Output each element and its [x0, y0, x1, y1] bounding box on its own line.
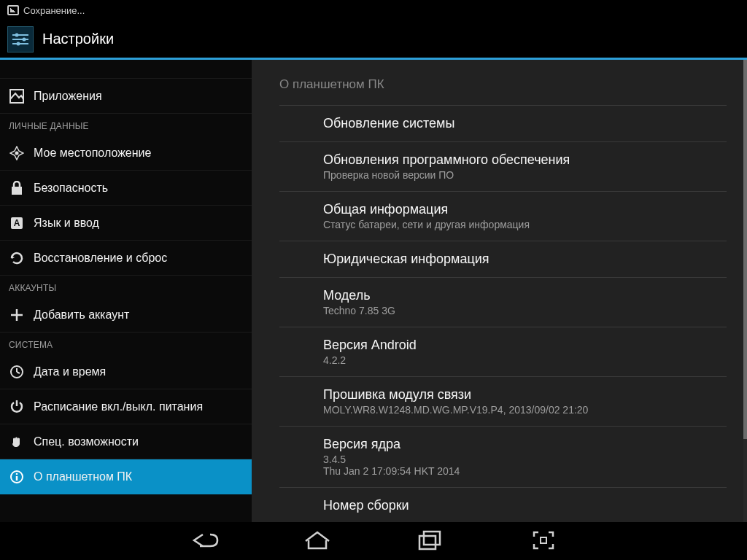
sidebar-item-about[interactable]: О планшетном ПК	[0, 459, 252, 494]
svg-point-7	[15, 151, 19, 155]
sidebar-item-language[interactable]: A Язык и ввод	[0, 206, 252, 241]
sidebar-item-label: Мое местоположение	[34, 147, 151, 160]
recents-button[interactable]	[410, 527, 450, 553]
svg-rect-21	[424, 532, 440, 545]
detail-legal[interactable]: Юридическая информация	[279, 241, 727, 278]
info-icon	[9, 469, 25, 485]
sidebar: Приложения ЛИЧНЫЕ ДАННЫЕ Мое местоположе…	[0, 60, 252, 522]
detail-system-update[interactable]: Обновление системы	[279, 106, 727, 142]
detail-pane: О планшетном ПК Обновление системы Обнов…	[252, 60, 747, 522]
detail-sub: Techno 7.85 3G	[323, 305, 727, 316]
detail-model[interactable]: Модель Techno 7.85 3G	[279, 278, 727, 327]
detail-status[interactable]: Общая информация Статус батареи, сети и …	[279, 192, 727, 241]
detail-title: Обновление системы	[323, 116, 727, 131]
detail-title: Юридическая информация	[323, 252, 727, 267]
sidebar-item-label: Расписание вкл./выкл. питания	[34, 400, 203, 413]
sidebar-item-datetime[interactable]: Дата и время	[0, 354, 252, 389]
category-system: СИСТЕМА	[0, 332, 252, 354]
gallery-icon	[7, 5, 19, 15]
sidebar-item-add-account[interactable]: Добавить аккаунт	[0, 298, 252, 332]
detail-title: Общая информация	[323, 202, 727, 217]
sidebar-item-label: О планшетном ПК	[34, 470, 132, 483]
navigation-bar	[0, 522, 747, 558]
svg-point-4	[23, 37, 26, 41]
scrollbar-thumb[interactable]	[743, 60, 747, 439]
detail-kernel[interactable]: Версия ядра 3.4.5 Thu Jan 2 17:09:54 HKT…	[279, 427, 727, 488]
detail-build[interactable]: Номер сборки	[279, 488, 727, 522]
svg-line-15	[17, 372, 20, 373]
plus-icon	[9, 307, 25, 323]
sidebar-item-accessibility[interactable]: Спец. возможности	[0, 424, 252, 459]
screenshot-button[interactable]	[523, 527, 563, 553]
detail-title: Версия Android	[323, 338, 727, 353]
location-icon	[9, 145, 25, 161]
detail-sub: MOLY.WR8.W1248.MD.WG.MP.V19.P4, 2013/09/…	[323, 404, 727, 416]
detail-title: Прошивка модуля связи	[323, 387, 727, 402]
language-icon: A	[9, 215, 25, 231]
sidebar-item-security[interactable]: Безопасность	[0, 171, 252, 206]
sidebar-item-battery[interactable]	[0, 60, 252, 79]
svg-point-5	[17, 42, 20, 45]
status-bar: Сохранение...	[0, 0, 747, 20]
hand-icon	[9, 434, 25, 450]
app-bar: Настройки	[0, 20, 747, 60]
svg-text:A: A	[14, 218, 20, 228]
detail-title: Версия ядра	[323, 437, 727, 452]
svg-rect-20	[419, 536, 436, 549]
detail-android-version[interactable]: Версия Android 4.2.2	[279, 327, 727, 377]
detail-sub: 3.4.5 Thu Jan 2 17:09:54 HKT 2014	[323, 454, 727, 477]
detail-title: Модель	[323, 288, 727, 303]
svg-point-18	[16, 472, 18, 475]
detail-sub: Статус батареи, сети и другая информация	[323, 219, 727, 230]
home-button[interactable]	[297, 527, 337, 553]
svg-rect-22	[541, 537, 546, 543]
detail-sub: 4.2.2	[323, 354, 727, 366]
power-icon	[9, 399, 25, 415]
apps-icon	[9, 88, 25, 104]
sidebar-item-label: Язык и ввод	[34, 217, 99, 230]
battery-icon	[9, 60, 25, 69]
status-text: Сохранение...	[23, 5, 85, 16]
clock-icon	[9, 364, 25, 380]
settings-icon	[7, 26, 34, 52]
sidebar-item-power-schedule[interactable]: Расписание вкл./выкл. питания	[0, 389, 252, 424]
detail-sub: Проверка новой версии ПО	[323, 169, 727, 181]
sidebar-item-backup[interactable]: Восстановление и сброс	[0, 241, 252, 276]
detail-title: Обновления программного обеспечения	[323, 152, 727, 168]
sidebar-item-label: Добавить аккаунт	[34, 308, 129, 322]
detail-title: Номер сборки	[323, 498, 727, 513]
category-personal: ЛИЧНЫЕ ДАННЫЕ	[0, 114, 252, 136]
sidebar-item-label: Восстановление и сброс	[34, 252, 167, 265]
detail-baseband[interactable]: Прошивка модуля связи MOLY.WR8.W1248.MD.…	[279, 377, 727, 427]
lock-icon	[9, 180, 25, 196]
sidebar-item-label: Спец. возможности	[34, 435, 139, 448]
restore-icon	[9, 250, 25, 266]
back-button[interactable]	[184, 527, 224, 553]
sidebar-item-apps[interactable]: Приложения	[0, 79, 252, 114]
page-title: Настройки	[42, 31, 114, 47]
sidebar-item-location[interactable]: Мое местоположение	[0, 136, 252, 171]
svg-rect-8	[12, 187, 22, 195]
sidebar-item-label: Дата и время	[34, 365, 106, 378]
sidebar-item-label: Приложения	[34, 90, 102, 103]
detail-software-update[interactable]: Обновления программного обеспечения Пров…	[279, 142, 727, 192]
category-accounts: АККАУНТЫ	[0, 276, 252, 298]
detail-header: О планшетном ПК	[279, 60, 727, 105]
svg-point-3	[15, 33, 19, 36]
sidebar-item-label: Безопасность	[34, 182, 108, 195]
